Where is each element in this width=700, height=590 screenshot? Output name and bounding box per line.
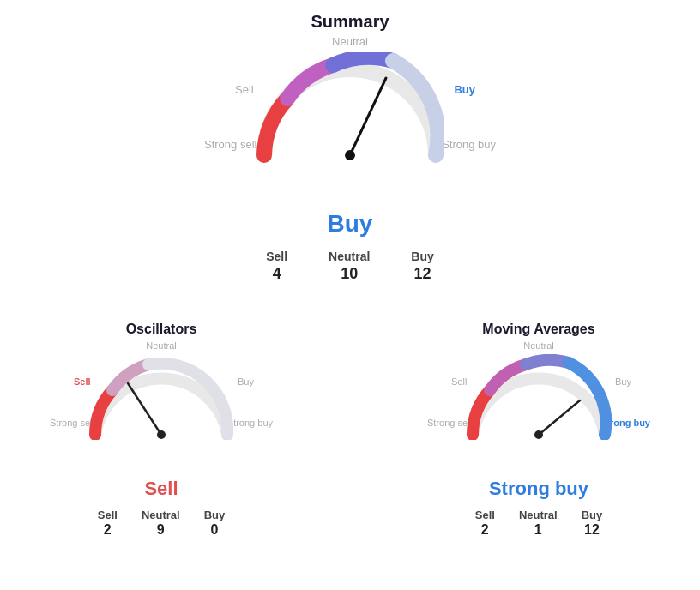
- osc-buy-stat-value: 0: [211, 522, 219, 538]
- summary-title: Summary: [311, 12, 389, 32]
- osc-buy-label: Buy: [238, 376, 254, 387]
- ma-sell-stat: Sell 2: [475, 509, 495, 538]
- summary-strong-sell-label: Strong sell: [204, 138, 256, 151]
- oscillators-gauge: Neutral Sell Buy Strong sell Strong buy: [50, 339, 273, 476]
- ma-sell-stat-value: 2: [481, 522, 489, 538]
- osc-neutral-stat-label: Neutral: [142, 509, 180, 521]
- summary-section: Summary Neutral Sell Buy Strong sell Str…: [0, 0, 700, 304]
- ma-sell-label: Sell: [451, 376, 467, 387]
- osc-sell-stat: Sell 2: [98, 509, 118, 538]
- summary-buy-stat-label: Buy: [411, 250, 433, 263]
- summary-buy-label: Buy: [454, 83, 475, 96]
- ma-neutral-stat: Neutral 1: [519, 509, 558, 538]
- ma-neutral-stat-value: 1: [534, 522, 542, 538]
- summary-buy-stat: Buy 12: [411, 250, 433, 283]
- svg-line-2: [128, 383, 161, 435]
- summary-strong-buy-label: Strong buy: [442, 138, 496, 151]
- osc-result: Sell: [144, 478, 178, 500]
- ma-buy-stat: Buy 12: [582, 509, 603, 538]
- bottom-panels: Oscillators Neutral Sell Buy Strong sell…: [15, 322, 685, 538]
- ma-neutral-label: Neutral: [523, 340, 553, 351]
- osc-gauge-svg: [88, 354, 234, 443]
- osc-sell-stat-value: 2: [104, 522, 112, 538]
- osc-sell-stat-label: Sell: [98, 509, 118, 521]
- svg-point-5: [534, 430, 543, 439]
- ma-gauge: Neutral Sell Buy Strong sell Strong buy: [427, 339, 650, 476]
- osc-buy-stat: Buy 0: [204, 509, 226, 538]
- summary-sell-stat: Sell 4: [266, 250, 287, 283]
- summary-gauge: Neutral Sell Buy Strong sell Strong buy: [204, 35, 496, 207]
- osc-neutral-stat-value: 9: [157, 522, 165, 538]
- summary-neutral-stat: Neutral 10: [329, 250, 370, 283]
- moving-averages-panel: Moving Averages Neutral Sell Buy Strong …: [393, 322, 685, 538]
- osc-neutral-label: Neutral: [146, 340, 176, 351]
- osc-buy-stat-label: Buy: [204, 509, 226, 521]
- ma-buy-label: Buy: [615, 376, 631, 387]
- summary-neutral-stat-label: Neutral: [329, 250, 370, 263]
- section-divider: [15, 304, 685, 304]
- ma-neutral-stat-label: Neutral: [519, 509, 558, 521]
- ma-stats: Sell 2 Neutral 1 Buy 12: [475, 509, 602, 538]
- osc-neutral-stat: Neutral 9: [142, 509, 180, 538]
- summary-sell-label: Sell: [235, 83, 254, 96]
- summary-sell-stat-value: 4: [273, 265, 281, 283]
- oscillators-panel: Oscillators Neutral Sell Buy Strong sell…: [15, 322, 307, 538]
- svg-line-4: [539, 400, 580, 435]
- oscillators-title: Oscillators: [126, 322, 197, 337]
- ma-sell-stat-label: Sell: [475, 509, 495, 521]
- osc-stats: Sell 2 Neutral 9 Buy 0: [98, 509, 225, 538]
- summary-neutral-stat-value: 10: [341, 265, 358, 283]
- ma-title: Moving Averages: [482, 322, 594, 337]
- summary-gauge-svg: [256, 52, 444, 167]
- svg-line-0: [350, 78, 386, 155]
- ma-buy-stat-value: 12: [584, 522, 600, 538]
- summary-sell-stat-label: Sell: [266, 250, 287, 263]
- summary-buy-stat-value: 12: [414, 265, 431, 283]
- svg-point-3: [157, 430, 166, 439]
- svg-point-1: [345, 150, 355, 160]
- summary-neutral-label: Neutral: [332, 35, 368, 48]
- summary-result: Buy: [328, 210, 373, 238]
- ma-buy-stat-label: Buy: [582, 509, 603, 521]
- ma-result: Strong buy: [489, 478, 588, 500]
- ma-gauge-svg: [466, 354, 612, 443]
- summary-stats: Sell 4 Neutral 10 Buy 12: [266, 250, 434, 283]
